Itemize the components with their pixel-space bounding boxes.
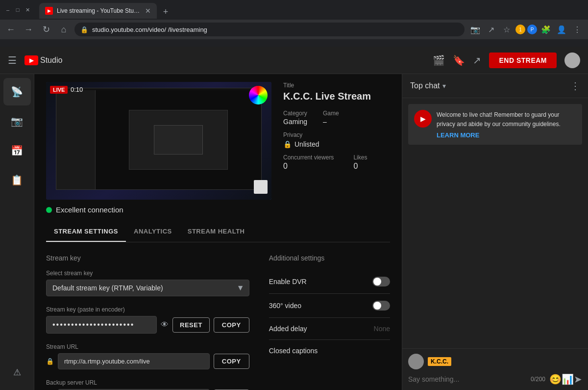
extension2-icon[interactable]: P <box>527 25 537 34</box>
sidebar-item-camera[interactable]: 📷 <box>3 107 31 135</box>
chat-send-icon[interactable]: ➤ <box>574 373 582 385</box>
chat-messages <box>402 151 588 348</box>
bookmark-header-icon[interactable]: 🔖 <box>453 54 465 66</box>
copy-stream-url-button[interactable]: COPY <box>214 354 249 369</box>
chat-user-avatar <box>408 354 424 369</box>
toggle-visibility-button[interactable]: 👁 <box>161 320 169 329</box>
reload-button[interactable]: ↻ <box>39 23 53 36</box>
active-tab[interactable]: ▶ Live streaming - YouTube Studio ✕ <box>39 3 157 19</box>
main-content: LIVE 0:10 Excellent connection Title K.C… <box>34 74 402 390</box>
tabs-bar: STREAM SETTINGS ANALYTICS STREAM HEALTH <box>46 222 390 242</box>
backup-url-label: Backup server URL <box>46 379 249 386</box>
sidebar-item-alerts[interactable]: ⚠ <box>3 359 31 386</box>
chat-title-text: Top chat <box>410 81 440 90</box>
connection-status: Excellent connection <box>46 206 271 214</box>
chat-more-icon[interactable]: ⋮ <box>570 80 580 92</box>
select-wrapper: Default stream key (RTMP, Variable) ▼ <box>46 280 249 296</box>
settings-grid: Stream key Select stream key Default str… <box>46 254 390 390</box>
bookmark-icon[interactable]: ☆ <box>500 23 514 36</box>
sidebar-item-live[interactable]: 📡 <box>3 78 31 105</box>
extensions-icon[interactable]: 🧩 <box>539 23 553 36</box>
game-col: Game – <box>323 110 339 126</box>
backup-url-field-group: Backup server URL 🔒 COPY <box>46 379 249 390</box>
studio-label: Studio <box>40 56 62 65</box>
share-header-icon[interactable]: ↗ <box>473 54 481 66</box>
stream-key-select[interactable]: Default stream key (RTMP, Variable) <box>46 280 249 296</box>
game-value: – <box>323 118 339 126</box>
app: ☰ ▶ Studio 🎬 🔖 ↗ END STREAM 📡 📷 � <box>0 47 588 390</box>
chat-analytics-icon[interactable]: 📊 <box>562 373 574 385</box>
chat-chevron-icon[interactable]: ▾ <box>442 82 446 90</box>
maximize-button[interactable]: □ <box>14 6 22 14</box>
new-tab-button[interactable]: + <box>159 5 172 19</box>
concurrent-viewers-stat: Concurrent viewers 0 <box>283 154 334 171</box>
added-delay-item: Added delay None <box>269 318 390 340</box>
youtube-icon: ▶ <box>24 55 38 65</box>
reset-button[interactable]: RESET <box>172 317 210 333</box>
settings-right: Additional settings Enable DVR 360° vide… <box>269 254 390 390</box>
enable-dvr-toggle[interactable] <box>372 277 390 286</box>
game-label: Game <box>323 110 339 117</box>
video-360-toggle[interactable] <box>372 301 390 311</box>
chat-emoji-icon[interactable]: 😊 <box>549 373 562 385</box>
tab-stream-health[interactable]: STREAM HEALTH <box>180 222 253 242</box>
clapperboard-icon[interactable]: 🎬 <box>433 54 445 66</box>
chat-input[interactable] <box>408 375 531 383</box>
chat-yt-icon: ▶ <box>414 110 432 128</box>
close-button[interactable]: ✕ <box>24 6 31 14</box>
chat-header: Top chat ▾ ⋮ <box>402 74 588 98</box>
tab-analytics[interactable]: ANALYTICS <box>126 222 180 242</box>
tab-stream-settings[interactable]: STREAM SETTINGS <box>46 222 126 242</box>
preview-video: LIVE 0:10 <box>46 82 271 200</box>
camera-sidebar-icon: 📷 <box>11 115 23 127</box>
header-right: 🎬 🔖 ↗ END STREAM <box>433 52 580 68</box>
settings-left: Stream key Select stream key Default str… <box>46 254 249 390</box>
hamburger-icon[interactable]: ☰ <box>8 54 17 66</box>
added-delay-label: Added delay <box>269 325 307 333</box>
stream-title: K.C.C. Live Stream <box>283 91 390 102</box>
category-col: Category Gaming <box>283 110 307 126</box>
camera-icon[interactable]: 📷 <box>468 23 482 36</box>
stream-key-select-group: Select stream key Default stream key (RT… <box>46 270 249 296</box>
share-icon[interactable]: ↗ <box>484 23 498 36</box>
copy-stream-key-button[interactable]: COPY <box>214 317 249 333</box>
extension1-icon[interactable]: 1 <box>515 25 525 34</box>
sidebar-item-content[interactable]: 📋 <box>3 166 31 194</box>
home-button[interactable]: ⌂ <box>57 23 71 36</box>
status-dot <box>46 207 52 213</box>
enable-dvr-item: Enable DVR <box>269 270 390 294</box>
minimize-button[interactable]: – <box>4 6 12 14</box>
alert-icon: ⚠ <box>13 367 21 378</box>
stream-url-field-group: Stream URL 🔒 COPY <box>46 343 249 369</box>
menu-icon[interactable]: ⋮ <box>570 23 584 36</box>
preview-timer: 0:10 <box>71 86 83 93</box>
user-avatar[interactable] <box>564 52 580 68</box>
video-360-label: 360° video <box>269 302 301 310</box>
stream-info: Title K.C.C. Live Stream Category Gaming… <box>283 82 390 214</box>
url-lock-icon: 🔒 <box>46 358 54 365</box>
toggle-knob <box>373 278 381 286</box>
toolbar-icons: 📷 ↗ ☆ 1 P 🧩 👤 ⋮ <box>468 23 584 36</box>
forward-button[interactable]: → <box>22 23 35 36</box>
yt-logo: ▶ Studio <box>24 55 62 65</box>
additional-settings-title: Additional settings <box>269 254 390 262</box>
address-bar[interactable]: 🔒 studio.youtube.com/video/ /livestreami… <box>74 23 465 36</box>
stats-row: Concurrent viewers 0 Likes 0 <box>283 154 390 171</box>
tab-bar: ▶ Live streaming - YouTube Studio ✕ + <box>35 1 176 19</box>
added-delay-value: None <box>374 325 390 333</box>
stream-key-input[interactable] <box>46 316 157 334</box>
sidebar: 📡 📷 📅 📋 ⚠ <box>0 74 34 390</box>
learn-more-link[interactable]: LEARN MORE <box>437 131 576 139</box>
profile-icon[interactable]: 👤 <box>555 23 568 36</box>
live-badge: LIVE <box>50 86 68 94</box>
enable-dvr-label: Enable DVR <box>269 278 307 286</box>
video-360-item: 360° video <box>269 294 390 318</box>
back-button[interactable]: ← <box>4 23 18 36</box>
stream-url-input-row: 🔒 COPY <box>46 353 249 369</box>
end-stream-button[interactable]: END STREAM <box>489 52 557 68</box>
select-stream-key-label: Select stream key <box>46 270 249 277</box>
stream-url-input[interactable] <box>58 353 210 369</box>
tab-close-icon[interactable]: ✕ <box>145 7 151 15</box>
sidebar-item-schedule[interactable]: 📅 <box>3 137 31 164</box>
chat-panel: Top chat ▾ ⋮ ▶ Welcome to live chat! Rem… <box>402 74 588 390</box>
